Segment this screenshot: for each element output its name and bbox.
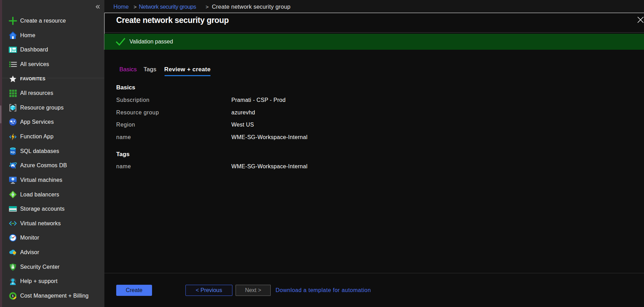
- svg-text:$: $: [12, 294, 14, 298]
- svg-text:SQL: SQL: [10, 151, 15, 153]
